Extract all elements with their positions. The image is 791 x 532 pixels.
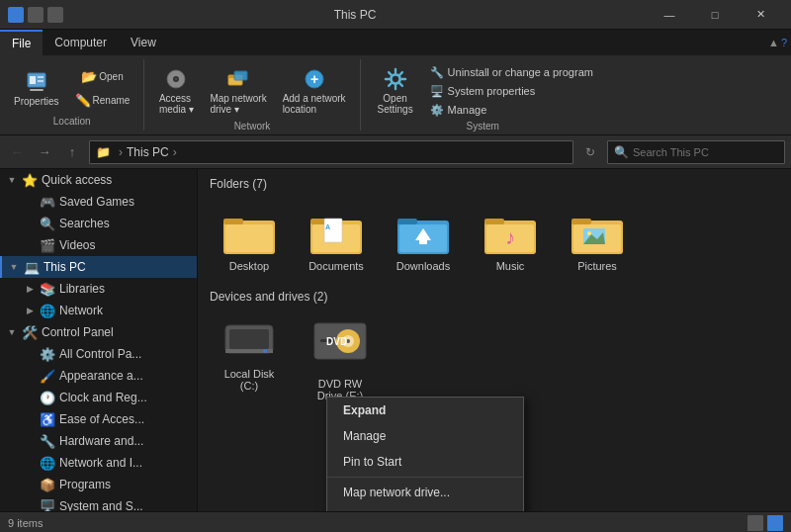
folder-desktop[interactable]: Desktop: [210, 203, 289, 278]
open-label: Open: [99, 71, 123, 82]
open-settings-btn[interactable]: OpenSettings: [369, 63, 422, 119]
app-icon-1: [8, 7, 24, 23]
minimize-button[interactable]: —: [647, 0, 692, 30]
map-network-drive-btn[interactable]: Map networkdrive ▾: [204, 63, 272, 119]
ctx-pin-to-start[interactable]: Pin to Start: [327, 449, 523, 475]
devices-grid: Local Disk (C:): [210, 310, 779, 407]
sidebar-item-saved-games[interactable]: 🎮 Saved Games: [0, 191, 197, 213]
sidebar-item-network-and[interactable]: 🌐 Network and I...: [0, 452, 197, 474]
folder-music[interactable]: ♪ Music: [471, 203, 550, 278]
device-dvd-drive[interactable]: DVD DVD RW Drive (E:): [301, 310, 380, 407]
system-properties-btn[interactable]: 🖥️ System properties: [426, 83, 597, 100]
svg-text:+: +: [310, 71, 318, 87]
svg-line-21: [389, 83, 391, 85]
ctx-expand[interactable]: Expand: [327, 398, 523, 423]
svg-rect-4: [30, 89, 44, 91]
folder-documents[interactable]: A Documents: [297, 203, 376, 278]
search-input[interactable]: [633, 146, 778, 158]
saved-games-icon: 🎮: [40, 194, 55, 210]
sidebar-item-searches[interactable]: 🔍 Searches: [0, 213, 197, 234]
content-area: Folders (7) Desktop A Documents: [198, 169, 791, 511]
folder-downloads[interactable]: Downloads: [384, 203, 463, 278]
clock-icon: 🕐: [40, 390, 55, 405]
sidebar-item-all-cp[interactable]: ⚙️ All Control Pa...: [0, 343, 197, 365]
back-button[interactable]: ←: [6, 141, 28, 163]
address-path[interactable]: 📁 › This PC ›: [89, 140, 573, 164]
sidebar-item-ease[interactable]: ♿ Ease of Acces...: [0, 408, 197, 430]
manage-btn[interactable]: ⚙️ Manage: [426, 102, 597, 119]
ctx-manage[interactable]: Manage: [327, 423, 523, 449]
this-pc-icon: 💻: [24, 259, 40, 275]
sidebar-item-system-and[interactable]: 🖥️ System and S...: [0, 495, 197, 511]
expand-icon: ▼: [6, 174, 18, 186]
folder-pictures[interactable]: Pictures: [558, 203, 637, 278]
quick-access-label: Quick access: [42, 173, 191, 187]
sidebar-item-hardware[interactable]: 🔧 Hardware and...: [0, 430, 197, 452]
programs-icon: 📦: [40, 477, 55, 492]
system-props-icon: 🖥️: [430, 85, 444, 98]
grid-view-btn[interactable]: [767, 515, 783, 531]
ribbon-content: Properties 📂 Open ✏️ Rename Location: [0, 55, 791, 134]
expand-icon-cp: ▼: [6, 326, 18, 338]
add-network-location-btn[interactable]: + Add a networklocation: [277, 63, 352, 119]
location-buttons: Properties 📂 Open ✏️ Rename: [8, 63, 135, 114]
svg-rect-2: [38, 76, 44, 78]
path-this-pc: This PC: [127, 145, 169, 159]
window-title: This PC: [63, 8, 647, 22]
network-icon: 🌐: [40, 303, 55, 318]
search-box[interactable]: 🔍: [607, 140, 785, 164]
sidebar-item-clock[interactable]: 🕐 Clock and Reg...: [0, 387, 197, 408]
help-btn[interactable]: ?: [781, 37, 787, 48]
expand-icon-network: ▶: [24, 305, 36, 316]
open-btn[interactable]: 📂 Open: [69, 66, 136, 88]
access-media-btn[interactable]: Accessmedia ▾: [152, 63, 200, 119]
access-media-icon: [164, 67, 188, 91]
sidebar: ▼ ⭐ Quick access 🎮 Saved Games 🔍 Searche…: [0, 169, 198, 511]
sidebar-item-appearance[interactable]: 🖌️ Appearance a...: [0, 365, 197, 387]
network-group-label: Network: [152, 119, 351, 132]
sidebar-item-programs[interactable]: 📦 Programs: [0, 474, 197, 495]
maximize-button[interactable]: □: [692, 0, 738, 30]
sidebar-label-all-cp: All Control Pa...: [59, 347, 191, 361]
svg-point-7: [175, 78, 177, 80]
close-button[interactable]: ✕: [738, 0, 783, 30]
ctx-open-new-window[interactable]: Open in new window: [327, 505, 523, 511]
refresh-button[interactable]: ↻: [579, 141, 601, 163]
sidebar-item-network[interactable]: ▶ 🌐 Network: [0, 300, 197, 321]
sidebar-item-quick-access[interactable]: ▼ ⭐ Quick access: [0, 169, 197, 191]
sidebar-item-control-panel[interactable]: ▼ 🛠️ Control Panel: [0, 321, 197, 343]
hardware-icon: 🔧: [40, 433, 55, 449]
forward-button[interactable]: →: [34, 141, 55, 163]
svg-text:DVD: DVD: [326, 336, 347, 347]
sidebar-label-this-pc: This PC: [44, 260, 191, 274]
sidebar-label-clock: Clock and Reg...: [59, 391, 191, 404]
sidebar-item-videos[interactable]: 🎬 Videos: [0, 234, 197, 256]
ctx-map-network[interactable]: Map network drive...: [327, 480, 523, 505]
uninstall-icon: 🔧: [430, 66, 444, 79]
tab-file[interactable]: File: [0, 30, 43, 55]
list-view-btn[interactable]: [747, 515, 763, 531]
ribbon-collapse-btn[interactable]: ▲: [768, 37, 779, 48]
folders-grid: Desktop A Documents Downloads ♪: [198, 199, 791, 282]
tab-view[interactable]: View: [119, 30, 168, 55]
sidebar-label-network: Network: [59, 304, 191, 317]
add-network-icon: +: [303, 67, 326, 91]
sidebar-item-libraries[interactable]: ▶ 📚 Libraries: [0, 278, 197, 300]
properties-btn[interactable]: Properties: [8, 66, 65, 111]
ribbon-group-location: Properties 📂 Open ✏️ Rename Location: [0, 59, 144, 131]
uninstall-label: Uninstall or change a program: [448, 66, 593, 78]
sidebar-label-hardware: Hardware and...: [59, 434, 191, 448]
device-local-disk[interactable]: Local Disk (C:): [210, 310, 289, 407]
rename-btn[interactable]: ✏️ Rename: [69, 90, 136, 112]
all-cp-icon: ⚙️: [40, 346, 55, 362]
up-button[interactable]: ↑: [61, 141, 83, 163]
open-settings-label: OpenSettings: [378, 93, 413, 115]
uninstall-btn[interactable]: 🔧 Uninstall or change a program: [426, 64, 597, 81]
sidebar-label-searches: Searches: [59, 217, 191, 230]
svg-rect-40: [571, 219, 591, 224]
sidebar-item-this-pc[interactable]: ▼ 💻 This PC: [0, 256, 197, 278]
ctx-sep-1: [327, 477, 523, 478]
system-properties-label: System properties: [448, 85, 536, 97]
tab-computer[interactable]: Computer: [43, 30, 119, 55]
music-label: Music: [496, 260, 525, 272]
